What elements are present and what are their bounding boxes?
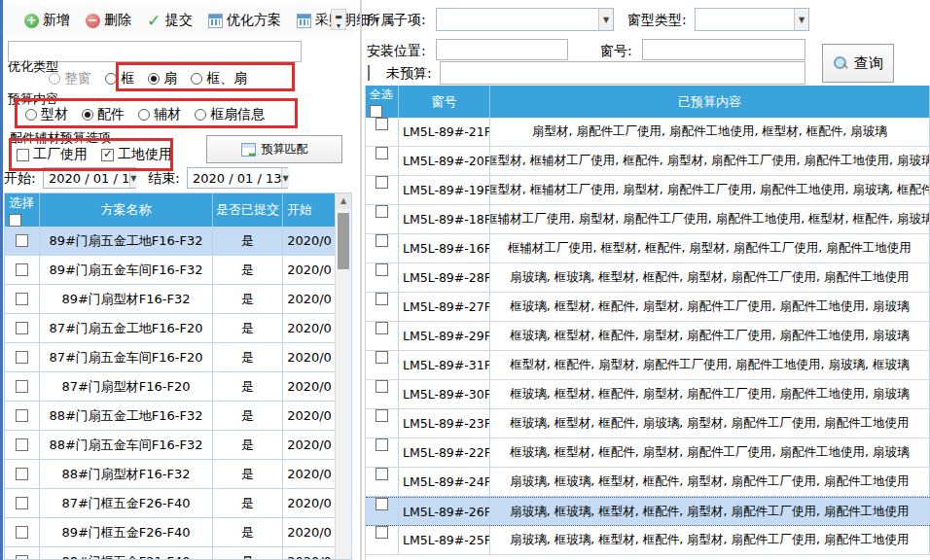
radio-option[interactable]: 框、扇 [191, 70, 247, 88]
row-checkbox[interactable] [16, 468, 28, 480]
row-checkbox[interactable] [16, 526, 28, 539]
window-table-row[interactable]: LM5L-89#-24F22扇玻璃, 框玻璃, 框型材, 框配件, 扇型材, 扇… [366, 468, 930, 497]
plan-name-cell: 88#门扇型材F16-F32 [40, 460, 213, 488]
window-table-row[interactable]: LM5L-89#-27F25框玻璃, 框型材, 框配件, 扇型材, 扇配件工厂使… [366, 293, 930, 322]
panel-splitter[interactable] [360, 0, 362, 560]
row-checkbox[interactable] [16, 555, 28, 560]
select-all-checkbox[interactable] [370, 105, 382, 118]
budgeted-content-cell: 框辅材工厂使用, 扇型材, 扇配件工厂使用, 扇配件工地使用, 框型材, 框配件… [490, 205, 930, 233]
toolbar-button[interactable]: 删除 [79, 8, 138, 33]
radio-option[interactable]: 整窗 [49, 70, 91, 88]
row-checkbox[interactable] [16, 438, 28, 451]
window-table-row[interactable]: LM5L-89#-19F17框型材, 框辅材工厂使用, 扇型材, 扇配件工厂使用… [366, 176, 930, 205]
install-position-input[interactable] [436, 39, 568, 60]
plan-start-cell: 2020/0 [283, 489, 337, 517]
radio-option[interactable]: 框 [105, 70, 134, 88]
checkbox-option[interactable]: 工地使用 [101, 146, 172, 163]
window-type-combo[interactable]: ▼ [695, 8, 809, 31]
start-column-header[interactable]: 开始 [283, 193, 337, 227]
window-table-row[interactable]: LM5L-89#-28F26扇玻璃, 框玻璃, 框型材, 框配件, 扇型材, 扇… [366, 263, 930, 293]
row-checkbox[interactable] [16, 497, 28, 509]
row-checkbox[interactable] [16, 409, 28, 422]
row-checkbox[interactable] [376, 293, 388, 305]
chevron-down-icon[interactable]: ▼ [598, 9, 613, 30]
plan-table-row[interactable]: 87#门扇型材F16-F20是2020/0 [5, 372, 351, 402]
plan-table-row[interactable]: 89#门扇五金工地F16-F32是2020/0 [5, 227, 351, 256]
row-checkbox[interactable] [376, 234, 388, 247]
plan-submitted-cell: 是 [213, 343, 283, 371]
plan-table-row[interactable]: 89#门扇五金车间F16-F32是2020/0 [5, 256, 351, 285]
chevron-down-icon[interactable]: ▼ [129, 168, 136, 188]
plan-table-row[interactable]: 88#门扇五金工地F16-F32是2020/0 [5, 402, 351, 431]
plan-table-row[interactable]: 87#门扇五金工地F16-F20是2020/0 [5, 314, 351, 343]
radio-option[interactable]: 配件 [82, 106, 125, 123]
window-table-row[interactable]: LM5L-89#-30F28框玻璃, 框型材, 框配件, 扇型材, 扇配件工厂使… [366, 380, 930, 409]
row-checkbox[interactable] [376, 409, 388, 422]
plan-table-row[interactable]: 87#门框五金F26-F40是2020/0 [5, 489, 351, 518]
row-checkbox[interactable] [376, 351, 388, 364]
window-table-row[interactable]: LM5L-89#-23F21框玻璃, 框型材, 框配件, 扇玻璃, 扇型材, 扇… [366, 409, 930, 438]
row-checkbox[interactable] [376, 205, 388, 218]
plan-table-row[interactable]: 89#门扇型材F16-F32是2020/0 [5, 285, 351, 314]
window-table-row[interactable]: LM5L-89#-22F20框玻璃, 框型材, 框配件, 扇型材, 扇配件工厂使… [366, 438, 930, 468]
toolbar-overflow-icon[interactable]: ▬▾ [331, 9, 346, 30]
row-checkbox[interactable] [376, 263, 388, 276]
toolbar-button[interactable]: 新增 [18, 8, 77, 33]
submitted-column-header[interactable]: 是否已提交 [213, 193, 283, 227]
window-select-cell [366, 234, 399, 262]
start-date-picker[interactable]: 2020 / 01 / 1 ▼ [43, 167, 136, 189]
window-table-row[interactable]: LM5L-89#-31F29框型材, 框配件, 扇型材, 扇配件工厂使用, 扇配… [366, 351, 930, 380]
window-table-row[interactable]: LM5L-89#-26F24扇玻璃, 框玻璃, 框型材, 框配件, 扇型材, 扇… [366, 497, 930, 526]
select-all-checkbox[interactable] [9, 214, 21, 227]
plan-table-row[interactable]: 88#门扇型材F16-F32是2020/0 [5, 460, 351, 489]
row-checkbox[interactable] [16, 234, 28, 247]
plan-table-row[interactable]: 88#门框五金F21-F40是2020/0 [5, 547, 351, 560]
query-button[interactable]: 查询 [822, 44, 894, 83]
scroll-up-icon[interactable]: ▲ [336, 193, 351, 209]
row-checkbox[interactable] [376, 468, 388, 480]
window-table-row[interactable]: LM5L-89#-21F19扇型材, 扇配件工厂使用, 扇配件工地使用, 框型材… [366, 118, 930, 147]
row-checkbox[interactable] [376, 498, 388, 510]
no-budget-input[interactable] [440, 61, 805, 85]
no-budget-checkbox[interactable] [368, 65, 370, 81]
row-checkbox[interactable] [376, 526, 388, 539]
toolbar-button[interactable]: 提交 [140, 8, 199, 33]
row-checkbox[interactable] [16, 380, 28, 393]
row-checkbox[interactable] [376, 147, 388, 159]
radio-icon [82, 109, 93, 121]
plan-name-column-header[interactable]: 方案名称 [40, 193, 213, 227]
checkbox-option[interactable]: 工厂使用 [17, 146, 88, 163]
window-table-row[interactable]: LM5L-89#-25F23扇玻璃, 框玻璃, 框型材, 框配件, 扇型材, 扇… [366, 526, 930, 555]
row-checkbox[interactable] [16, 263, 28, 276]
sub-item-combo[interactable]: ▼ [436, 8, 614, 31]
toolbar-button[interactable]: 优化方案 [201, 8, 288, 33]
plan-table-row[interactable]: 88#门扇五金车间F16-F32是2020/0 [5, 431, 351, 460]
plans-table-scrollbar[interactable]: ▲ [335, 193, 351, 559]
radio-option[interactable]: 辅材 [138, 106, 181, 123]
row-checkbox[interactable] [376, 380, 388, 393]
window-table-row[interactable]: LM5L-89#-18F16框辅材工厂使用, 扇型材, 扇配件工厂使用, 扇配件… [366, 205, 930, 234]
radio-option[interactable]: 框扇信息 [195, 106, 265, 123]
row-checkbox[interactable] [376, 118, 388, 130]
row-checkbox[interactable] [16, 293, 28, 305]
window-no-column-header[interactable]: 窗号 [399, 86, 490, 118]
window-table-row[interactable]: LM5L-89#-16F15框辅材工厂使用, 框型材, 框配件, 扇型材, 扇配… [366, 234, 930, 263]
plan-table-row[interactable]: 87#门扇五金车间F16-F20是2020/0 [5, 343, 351, 372]
window-table-row[interactable]: LM5L-89#-29F27框玻璃, 框型材, 框配件, 扇型材, 扇配件工厂使… [366, 322, 930, 351]
radio-option[interactable]: 型材 [25, 106, 68, 123]
budget-match-button[interactable]: 预算匹配 [206, 135, 342, 163]
window-table-row[interactable]: LM5L-89#-20F18框型材, 框辅材工厂使用, 框配件, 扇型材, 扇配… [366, 147, 930, 176]
chevron-down-icon[interactable]: ▼ [281, 168, 288, 188]
row-checkbox[interactable] [16, 322, 28, 334]
chevron-down-icon[interactable]: ▼ [794, 9, 808, 30]
row-checkbox[interactable] [376, 322, 388, 334]
row-checkbox[interactable] [16, 351, 28, 364]
plan-table-row[interactable]: 89#门框五金F26-F40是2020/0 [5, 518, 351, 547]
end-date-picker[interactable]: 2020 / 01 / 13 ▼ [187, 167, 288, 189]
row-checkbox[interactable] [376, 176, 388, 189]
scrollbar-thumb[interactable] [338, 213, 349, 269]
radio-option[interactable]: 扇 [148, 70, 177, 88]
window-no-input[interactable] [642, 39, 805, 60]
row-checkbox[interactable] [376, 438, 388, 451]
budgeted-content-column-header[interactable]: 已预算内容 [490, 86, 930, 118]
